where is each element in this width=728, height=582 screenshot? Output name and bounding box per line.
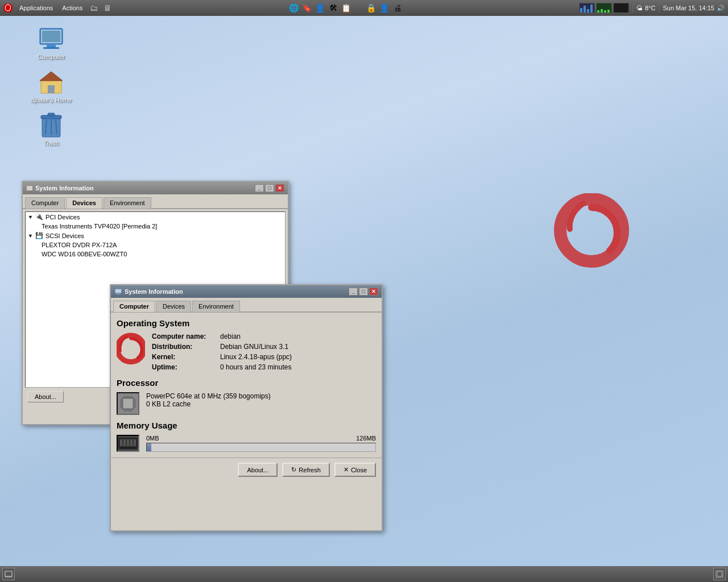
memory-labels: 0MB 126MB [146,435,376,442]
taskbar-icon-lock[interactable]: 🔒 [366,2,377,14]
svg-rect-44 [119,447,137,449]
pci-group-label: PCI Devices [46,214,80,221]
svg-rect-45 [5,571,12,576]
window2-close-btn-footer[interactable]: ✕ Close [334,463,376,477]
computer-icon-graphic [38,25,65,52]
memory-section: Memory Usage 0MB 1 [117,421,376,452]
tree-item-scsi-child-0[interactable]: PLEXTOR DVDR PX-712A [26,240,285,250]
window2-tab-environment[interactable]: Environment [192,301,240,312]
trash-icon-label: Trash [43,140,59,147]
window2-footer: About... ↻ Refresh ✕ Close [111,458,382,481]
field-label-distribution: Distribution: [152,343,220,351]
tree-item-pci-child-0[interactable]: Texas Instruments TVP4020 [Permedia 2] [26,222,285,231]
taskbar-bottom [0,566,728,582]
processor-text: PowerPC 604e at 0 MHz (359 bogomips) 0 K… [146,392,271,408]
window1-tab-devices[interactable]: Devices [66,197,102,209]
taskbar-left-tray: Applications Actions 🗂 🖥 [0,0,115,16]
svg-rect-40 [123,439,126,446]
taskbar-icon-note[interactable]: 📋 [341,2,352,14]
debian-menu-icon[interactable] [2,2,14,14]
desktop-icon-home[interactable]: djbase's Home [28,68,74,103]
window2-tab-devices[interactable]: Devices [156,301,191,312]
svg-rect-9 [48,85,55,93]
taskbar-icon-globe[interactable]: 🌐 [288,2,300,14]
processor-name: PowerPC 604e at 0 MHz (359 bogomips) [146,392,271,400]
svg-rect-39 [120,439,122,446]
taskbar-center-icons: 🌐 🔖 👤 🛠 📋 🔒 👤 🖨 [288,2,403,14]
svg-rect-43 [134,439,136,446]
memory-bar-container: 0MB 126MB [146,435,376,452]
svg-rect-3 [47,45,56,47]
temperature: 8°C [645,5,655,11]
scsi-group-label: SCSI Devices [46,232,84,239]
actions-menu[interactable]: Actions [59,3,86,13]
scsi-device-icon: 💾 [35,232,43,239]
window2-close-btn[interactable]: ✕ [369,288,378,296]
svg-rect-6 [42,31,60,42]
pci-collapse-icon: ▼ [28,214,33,220]
window2-content: Operating System Computer name: debian D… [111,313,382,458]
field-value-kernel: Linux 2.4.18-apus (ppc) [220,353,292,361]
window1-minimize-btn[interactable]: _ [255,184,264,192]
window2-minimize-btn[interactable]: _ [349,288,358,296]
tree-group-pci[interactable]: ▼ 🔌 PCI Devices [26,212,285,222]
close-btn-label: Close [351,467,367,473]
taskbar-icon-user2[interactable]: 👤 [379,2,390,14]
os-section-title: Operating System [117,318,376,328]
taskbar-icon-file-manager[interactable]: 🗂 [88,2,100,14]
pci-device-icon: 🔌 [35,213,43,221]
window1-tab-computer[interactable]: Computer [25,197,65,209]
taskbar-icon-terminal[interactable]: 🖥 [102,2,113,14]
svg-rect-17 [115,289,121,293]
refresh-btn-label: Refresh [299,467,321,473]
window2-titlebar: System Information _ □ ✕ [111,285,382,298]
window1-tab-environment[interactable]: Environment [104,197,151,209]
volume-icon[interactable]: 🔊 [717,5,725,12]
weather-icon: 🌤 [636,5,643,11]
window2-title: System Information [125,288,183,295]
field-label-computername: Computer name: [152,332,220,340]
taskbar-icon-printer[interactable]: 🖨 [392,2,403,14]
show-desktop-button[interactable] [2,568,15,580]
taskbar-icon-tools[interactable]: 🛠 [328,2,339,14]
window2-refresh-btn[interactable]: ↻ Refresh [282,463,330,477]
field-value-uptime: 0 hours and 23 minutes [220,363,292,371]
desktop-icon-computer[interactable]: Computer [28,25,74,60]
window1-close-btn[interactable]: ✕ [275,184,284,192]
svg-rect-48 [717,572,722,576]
window1-maximize-btn[interactable]: □ [265,184,274,192]
memory-bar-fill [147,443,151,451]
window1-titlebar: System Information _ □ ✕ [23,182,288,194]
computer-icon-label: Computer [38,53,65,60]
taskbar-icon-bookmark[interactable]: 🔖 [301,2,313,14]
processor-info: PowerPC 604e at 0 MHz (359 bogomips) 0 K… [117,392,376,415]
applications-menu[interactable]: Applications [16,3,56,13]
processor-icon [117,392,139,415]
tree-item-scsi-child-1[interactable]: WDC WD16 00BEVE-00WZT0 [26,250,285,259]
window1-menu-icon[interactable] [26,185,33,191]
os-info-table: Computer name: debian Distribution: Debi… [152,332,292,371]
svg-rect-19 [115,294,121,295]
window-manager-btn[interactable] [713,568,726,580]
home-icon-label: djbase's Home [31,97,72,103]
window1-title: System Information [35,185,94,192]
tree-group-scsi[interactable]: ▼ 💾 SCSI Devices [26,231,285,240]
window2-tab-computer[interactable]: Computer [113,301,155,312]
window1-about-btn[interactable]: About... [27,391,64,402]
desktop-icon-trash[interactable]: Trash [28,111,74,147]
window2-maximize-btn[interactable]: □ [359,288,368,296]
window2-about-btn[interactable]: About... [238,463,278,477]
field-value-computername: debian [220,332,292,340]
field-label-kernel: Kernel: [152,353,220,361]
debian-swirl-logo [552,193,631,284]
home-icon-graphic [38,68,65,95]
taskbar-right-tray: 🌤 8°C Sun Mar 15, 14:15 🔊 [576,3,728,13]
taskbar-icon-user[interactable]: 👤 [315,2,326,14]
window1-tab-bar: Computer Devices Environment [23,194,288,209]
field-value-distribution: Debian GNU/Linux 3.1 [220,343,292,351]
memory-section-title: Memory Usage [117,421,376,430]
svg-rect-41 [127,439,129,446]
window1-controls: _ □ ✕ [255,184,284,192]
taskbar-top: Applications Actions 🗂 🖥 🌐 🔖 👤 🛠 📋 🔒 👤 🖨 [0,0,728,16]
svg-rect-21 [123,399,133,408]
